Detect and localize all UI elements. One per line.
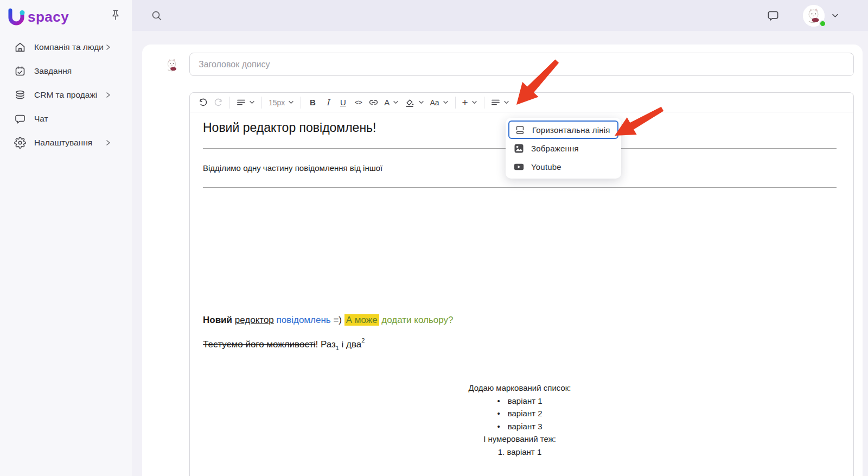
pin-sidebar-button[interactable] [109,9,122,22]
text-color-label: A [384,98,390,107]
search-button[interactable] [151,10,163,22]
undo-icon [199,98,208,107]
insert-button[interactable]: + [459,95,480,110]
undo-button[interactable] [195,95,210,110]
chat-bubble-icon [767,9,780,22]
horizontal-rule [203,187,837,188]
sidebar: spacy Компанія та люди [0,0,132,476]
highlighted-text: А може [344,314,379,326]
menu-item-youtube[interactable]: Youtube [508,157,618,176]
editor-strike-line: Тестуємо його можливості! Раз1 і два2 [203,333,837,355]
menu-item-image[interactable]: Зображення [508,139,618,157]
align-left-icon [491,98,500,107]
text-color-button[interactable]: A [381,95,401,110]
code-button[interactable]: <> [350,95,366,110]
insert-dropdown-menu: Горизонтальна лінія Зображення Youtube [506,118,621,179]
toolbar-divider [261,97,262,109]
plain-text: і два [342,339,362,350]
superscript-text: 2 [361,337,365,344]
chevron-down-icon [831,11,839,20]
menu-item-label: Горизонтальна лінія [532,125,610,135]
blue-text: повідомлень [277,315,331,325]
chevron-down-icon [249,99,255,105]
underline-button[interactable]: U [335,95,350,110]
highlight-color-button[interactable] [401,95,427,110]
search-icon [151,10,163,22]
messages-button[interactable] [767,9,780,22]
profile-menu-button[interactable] [831,11,839,20]
link-icon [368,97,379,107]
bold-button[interactable]: B [305,95,320,110]
align-button[interactable] [488,95,512,110]
toolbar-divider [484,97,484,109]
chevron-right-icon [105,92,111,98]
toolbar-divider [455,97,456,109]
sidebar-item-crm[interactable]: CRM та продажі [0,83,132,107]
typography-button[interactable]: Aa [427,95,451,110]
sidebar-item-company[interactable]: Компанія та люди [0,35,132,59]
sidebar-item-label: CRM та продажі [34,90,97,100]
post-title-input[interactable] [189,53,854,76]
bullet-marker: • [497,407,500,420]
editor-rich-line: Новий редоктор повідомлень =) А може дод… [203,313,837,327]
topbar [132,0,868,31]
sidebar-item-label: Чат [34,114,48,124]
bullet-list-item: •варіант 2 [203,407,837,420]
numbered-list-intro: І нумерований теж: [203,433,837,446]
sidebar-item-label: Завдання [34,66,72,76]
chevron-down-icon [418,99,424,105]
fill-color-icon [404,97,415,108]
list-intro: Додаю маркований список: [203,382,837,395]
subscript-text: 1 [336,345,339,351]
sidebar-item-settings[interactable]: Налаштування [0,131,132,155]
bold-text: Новий [203,315,232,325]
strikethrough-text: Тестуємо його можливості [203,339,315,350]
italic-button[interactable]: I [320,95,335,110]
sidebar-nav: Компанія та люди Завдання [0,35,132,155]
chevron-down-icon [503,99,509,105]
online-status-badge [819,20,826,27]
font-size-button[interactable]: 15px [266,95,297,110]
editor-centered-block: Додаю маркований список: •варіант 1 •вар… [203,382,837,458]
link-button[interactable] [366,95,381,110]
post-editor-card: 15px B I U <> A [142,45,863,476]
sidebar-item-tasks[interactable]: Завдання [0,59,132,83]
paragraph-format-icon [237,98,246,107]
plus-icon: + [462,97,468,109]
editor-toolbar: 15px B I U <> A [190,93,853,112]
underlined-text: редоктор [235,315,274,325]
paragraph-format-button[interactable] [234,95,258,110]
tasks-icon [14,65,26,77]
bullet-item-text: варіант 2 [508,409,542,418]
plain-text: =) [333,315,342,325]
topbar-right-cluster [767,5,868,27]
numbered-list-item: 1. варіант 1 [203,446,837,459]
sidebar-item-label: Налаштування [34,138,92,148]
chat-icon [14,113,26,125]
crm-icon [14,89,26,101]
image-icon [514,143,524,154]
plain-text: ! Раз [315,339,335,350]
pin-icon [109,9,122,22]
bullet-item-text: варіант 3 [508,422,542,431]
chevron-right-icon [105,44,111,50]
user-avatar[interactable] [803,5,825,27]
home-icon [14,41,26,53]
chevron-right-icon [105,139,111,146]
toolbar-divider [229,97,230,109]
chevron-down-icon [288,99,294,105]
menu-item-label: Youtube [531,162,561,172]
redo-button[interactable] [210,95,226,110]
chevron-down-icon [393,99,399,105]
youtube-icon [514,162,524,172]
menu-item-horizontal-line[interactable]: Горизонтальна лінія [508,120,618,139]
font-size-value: 15px [269,98,285,107]
sidebar-item-chat[interactable]: Чат [0,107,132,131]
menu-item-label: Зображення [531,144,579,153]
sidebar-item-label: Компанія та люди [34,42,104,52]
bullet-list-item: •варіант 3 [203,420,837,433]
toolbar-divider [301,97,301,109]
settings-icon [14,137,26,149]
uspacy-logo-text: spacy [28,9,69,26]
bullet-item-text: варіант 1 [508,396,542,405]
